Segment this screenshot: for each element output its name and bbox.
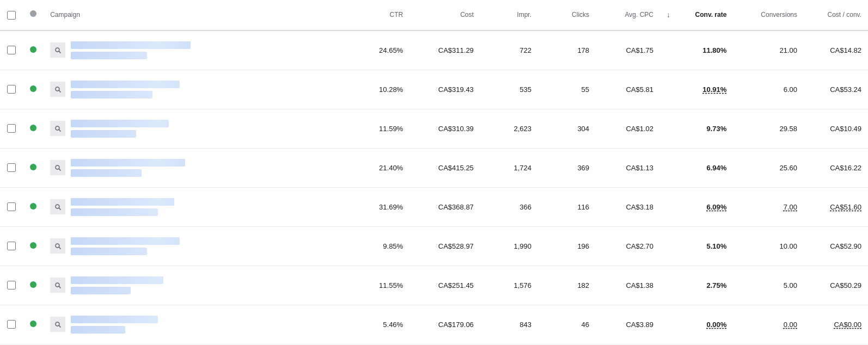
row-checkbox[interactable] [7, 46, 16, 54]
conversions-value: 5.00 [784, 281, 797, 289]
row-checkbox-cell [0, 187, 23, 226]
header-ctr-label: CTR [390, 11, 404, 20]
row-status-cell [23, 70, 44, 109]
row-checkbox[interactable] [7, 281, 16, 289]
header-clicks-col[interactable]: Clicks [538, 0, 596, 30]
row-ctr: 21.40% [352, 148, 409, 187]
row-conv-rate: 5.10% [675, 226, 733, 266]
row-clicks: 196 [538, 226, 596, 266]
campaign-search-button[interactable] [50, 121, 65, 136]
row-checkbox[interactable] [7, 85, 16, 94]
conversions-value: 21.00 [780, 46, 798, 54]
search-icon [54, 85, 62, 93]
row-sort-spacer [660, 305, 675, 344]
cost-conv-value: CA$52.90 [830, 242, 861, 250]
row-ctr: 5.46% [352, 305, 409, 344]
row-cost-conv: CA$50.29 [804, 266, 868, 305]
conversions-value: 29.58 [780, 125, 798, 133]
campaign-search-button[interactable] [50, 238, 65, 254]
row-campaign-cell [44, 266, 352, 305]
row-checkbox[interactable] [7, 202, 16, 211]
row-ctr: 31.69% [352, 187, 409, 226]
header-impr-col[interactable]: Impr. [480, 0, 538, 30]
row-avg-cpc: CA$1.38 [596, 266, 660, 305]
campaign-search-button[interactable] [50, 42, 65, 58]
row-cost: CA$528.97 [409, 226, 480, 266]
conv-rate-value: 5.10% [706, 242, 726, 250]
row-conversions: 29.58 [733, 109, 804, 148]
search-icon [54, 203, 62, 211]
header-campaign-col[interactable]: Campaign [44, 0, 352, 30]
svg-line-3 [59, 91, 61, 93]
campaign-search-button[interactable] [50, 199, 65, 214]
row-clicks: 116 [538, 187, 596, 226]
search-icon [54, 46, 62, 54]
campaign-name-line-1 [71, 81, 180, 88]
row-conv-rate: 6.09% [675, 187, 733, 226]
cost-conv-value: CA$0.00 [834, 321, 861, 329]
row-impr: 843 [480, 305, 538, 344]
row-sort-spacer [660, 148, 675, 187]
row-conversions: 7.00 [733, 187, 804, 226]
row-clicks: 55 [538, 70, 596, 109]
header-conversions-col[interactable]: Conversions [733, 0, 804, 30]
header-cost-conv-label: Cost / conv. [828, 11, 861, 20]
campaigns-table: Campaign CTR Cost Impr. [0, 0, 868, 344]
status-dot [30, 46, 36, 53]
row-status-cell [23, 266, 44, 305]
header-ctr-col[interactable]: CTR [352, 0, 409, 30]
campaign-search-button[interactable] [50, 317, 65, 332]
row-clicks: 46 [538, 305, 596, 344]
svg-line-9 [59, 208, 61, 210]
header-conv-rate-col[interactable]: Conv. rate [675, 0, 733, 30]
row-checkbox[interactable] [7, 163, 16, 172]
campaign-name-line-2 [71, 287, 131, 294]
search-icon [54, 281, 62, 289]
row-conv-rate: 9.73% [675, 109, 733, 148]
conv-rate-value: 11.80% [702, 46, 726, 54]
header-status-col [23, 0, 44, 30]
svg-point-12 [56, 283, 59, 287]
conv-rate-value: 0.00% [706, 321, 726, 329]
table-row: 11.59% CA$310.39 2,623 304 CA$1.02 9.73%… [0, 109, 868, 148]
conv-rate-value: 6.94% [706, 164, 726, 172]
status-dot [30, 125, 36, 131]
row-checkbox-cell [0, 70, 23, 109]
search-icon [54, 321, 62, 328]
campaign-search-button[interactable] [50, 278, 65, 293]
row-checkbox[interactable] [7, 242, 16, 250]
row-cost-conv: CA$53.24 [804, 70, 868, 109]
campaign-name-lines [71, 198, 345, 216]
svg-line-1 [59, 52, 61, 53]
conversions-value: 6.00 [784, 85, 797, 94]
campaign-name-line-1 [71, 237, 180, 245]
row-conversions: 5.00 [733, 266, 804, 305]
cost-conv-value: CA$51.60 [830, 203, 861, 211]
campaign-name-lines [71, 81, 345, 98]
row-checkbox[interactable] [7, 124, 16, 133]
svg-point-10 [56, 244, 59, 248]
svg-point-4 [56, 126, 59, 130]
select-all-checkbox[interactable] [7, 11, 16, 20]
row-clicks: 369 [538, 148, 596, 187]
campaign-search-button[interactable] [50, 82, 65, 97]
search-icon [54, 164, 62, 171]
header-cost-conv-col[interactable]: Cost / conv. [804, 0, 868, 30]
header-cost-col[interactable]: Cost [409, 0, 480, 30]
header-avg-cpc-col[interactable]: Avg. CPC [596, 0, 660, 30]
conv-rate-value: 6.09% [706, 203, 726, 211]
row-clicks: 178 [538, 30, 596, 70]
header-avg-cpc-label: Avg. CPC [625, 11, 653, 20]
campaign-name-line-2 [71, 248, 147, 255]
svg-point-2 [56, 87, 59, 91]
row-campaign-cell [44, 187, 352, 226]
row-cost: CA$415.25 [409, 148, 480, 187]
campaign-name-line-1 [71, 316, 158, 323]
row-sort-spacer [660, 187, 675, 226]
campaign-name-lines [71, 276, 345, 294]
row-sort-spacer [660, 70, 675, 109]
row-checkbox[interactable] [7, 320, 16, 329]
row-conv-rate: 0.00% [675, 305, 733, 344]
campaign-search-button[interactable] [50, 160, 65, 175]
row-sort-spacer [660, 266, 675, 305]
